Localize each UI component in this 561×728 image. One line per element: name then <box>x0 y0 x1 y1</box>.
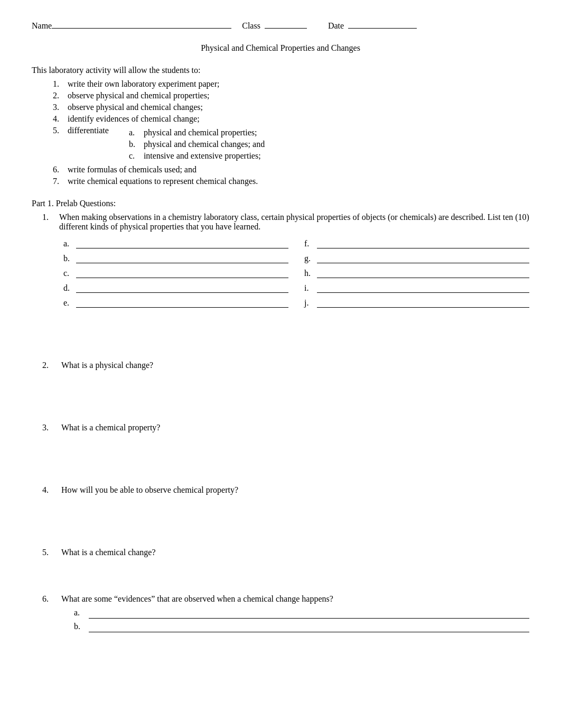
question-4-row: 4. How will you be able to observe chemi… <box>42 485 529 495</box>
objective-3: 3. observe physical and chemical changes… <box>53 103 529 112</box>
fill-h: h. <box>304 268 529 278</box>
question-1-row: 1. When making observations in a chemist… <box>42 213 529 232</box>
class-line <box>265 28 307 29</box>
objective-6: 6. write formulas of chemicals used; and <box>53 165 529 174</box>
fill-j: j. <box>304 297 529 308</box>
objective-2: 2. observe physical and chemical propert… <box>53 91 529 100</box>
question-6-row: 6. What are some “evidences” that are ob… <box>42 594 529 604</box>
spacer-after-q1 <box>32 318 529 361</box>
answer-space-2 <box>42 370 529 412</box>
objective-5: 5. differentiate a. physical and chemica… <box>53 126 529 163</box>
part1-title: Part 1. Prelab Questions: <box>32 199 529 208</box>
evidence-a: a. <box>74 608 529 619</box>
fill-b: b. <box>63 253 288 263</box>
question-5-row: 5. What is a chemical change? <box>42 548 529 557</box>
fill-f: f. <box>304 238 529 248</box>
question-4-block: 4. How will you be able to observe chemi… <box>42 485 529 537</box>
objective-7: 7. write chemical equations to represent… <box>53 177 529 186</box>
class-label: Class <box>242 21 260 31</box>
fill-g: g. <box>304 253 529 263</box>
answer-space-5 <box>42 557 529 584</box>
date-label: Date <box>328 21 344 31</box>
question-5-block: 5. What is a chemical change? <box>42 548 529 584</box>
fill-e: e. <box>63 297 288 308</box>
question-6-block: 6. What are some “evidences” that are ob… <box>42 594 529 632</box>
question-2-block: 2. What is a physical change? <box>42 361 529 412</box>
sub-5b: b. physical and chemical changes; and <box>129 140 265 149</box>
fill-c: c. <box>63 268 288 278</box>
evidences-list: a. b. <box>74 608 529 632</box>
evidence-b: b. <box>74 622 529 632</box>
intro-text: This laboratory activity will allow the … <box>32 66 529 75</box>
fill-d: d. <box>63 282 288 293</box>
date-line <box>348 28 417 29</box>
objective-4: 4. identify evidences of chemical change… <box>53 114 529 124</box>
answer-space-4 <box>42 495 529 537</box>
sub-list-5: a. physical and chemical properties; b. … <box>129 128 265 163</box>
objective-1: 1. write their own laboratory experiment… <box>53 79 529 89</box>
fill-i: i. <box>304 282 529 293</box>
name-line <box>52 28 231 29</box>
name-label: Name <box>32 21 52 31</box>
fill-grid-1: a. f. b. g. c. h. d. i. <box>63 238 529 308</box>
question-3-row: 3. What is a chemical property? <box>42 423 529 432</box>
sub-5c: c. intensive and extensive properties; <box>129 151 265 161</box>
question-1-block: 1. When making observations in a chemist… <box>42 213 529 308</box>
answer-space-3 <box>42 432 529 475</box>
sub-5a: a. physical and chemical properties; <box>129 128 265 137</box>
question-2-row: 2. What is a physical change? <box>42 361 529 370</box>
question-3-block: 3. What is a chemical property? <box>42 423 529 475</box>
page-title: Physical and Chemical Properties and Cha… <box>32 43 529 53</box>
fill-a: a. <box>63 238 288 248</box>
objectives-list: 1. write their own laboratory experiment… <box>53 79 529 186</box>
header: Name Class Date <box>32 21 529 31</box>
